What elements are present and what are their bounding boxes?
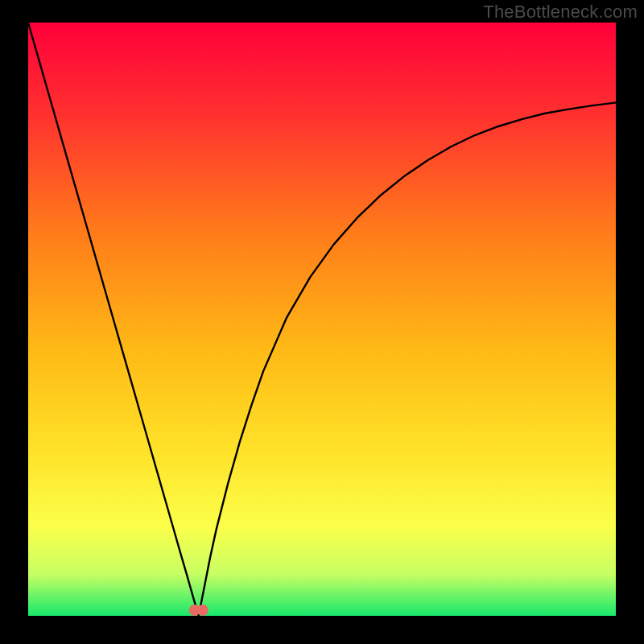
watermark-text: TheBottleneck.com xyxy=(483,2,638,23)
plot-area xyxy=(28,23,616,616)
min-dot xyxy=(197,605,208,616)
gradient-background xyxy=(28,23,616,616)
bottleneck-chart xyxy=(28,23,616,616)
chart-container: TheBottleneck.com xyxy=(0,0,644,644)
